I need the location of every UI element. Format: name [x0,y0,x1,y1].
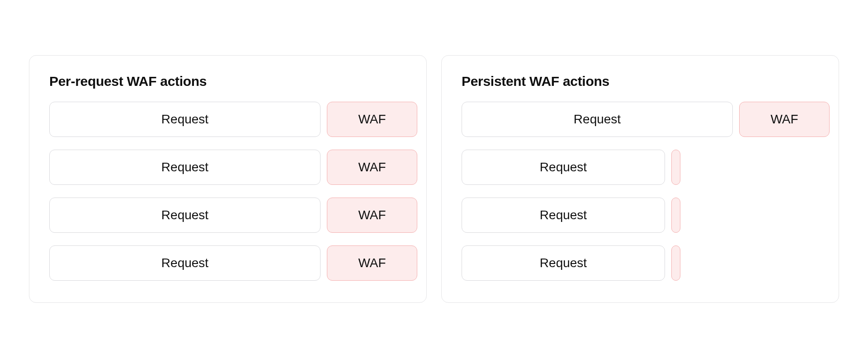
request-box: Request [49,198,321,233]
panel-persistent: Persistent WAF actions Request WAF Reque… [441,55,839,303]
request-label: Request [161,160,208,174]
waf-box-sliver [671,245,680,281]
request-label: Request [540,208,587,222]
waf-box: WAF [739,102,830,137]
row: Request WAF [49,198,406,233]
row: Request [462,150,819,185]
request-label: Request [574,112,621,127]
request-label: Request [540,256,587,270]
row: Request [462,198,819,233]
waf-box-sliver [671,150,680,185]
row: Request WAF [462,102,819,137]
waf-label: WAF [358,112,386,127]
request-label: Request [161,208,208,222]
request-label: Request [540,160,587,174]
rows-per-request: Request WAF Request WAF Request [49,102,406,281]
row: Request WAF [49,150,406,185]
waf-box: WAF [327,150,417,185]
request-box: Request [462,150,665,185]
waf-label: WAF [358,160,386,174]
rows-persistent: Request WAF Request Request [462,102,819,281]
waf-box-sliver [671,198,680,233]
waf-box: WAF [327,245,417,281]
request-label: Request [161,112,208,127]
diagram-canvas: Per-request WAF actions Request WAF Requ… [0,0,868,358]
request-box: Request [49,150,321,185]
request-box: Request [462,198,665,233]
waf-label: WAF [358,208,386,222]
request-box: Request [49,102,321,137]
row: Request WAF [49,102,406,137]
waf-label: WAF [358,256,386,270]
panel-title-persistent: Persistent WAF actions [462,74,819,89]
panel-title-per-request: Per-request WAF actions [49,74,406,89]
request-box: Request [462,245,665,281]
request-label: Request [161,256,208,270]
row: Request WAF [49,245,406,281]
waf-box: WAF [327,198,417,233]
request-box: Request [462,102,733,137]
waf-box: WAF [327,102,417,137]
row: Request [462,245,819,281]
request-box: Request [49,245,321,281]
panel-per-request: Per-request WAF actions Request WAF Requ… [29,55,427,303]
waf-label: WAF [770,112,798,127]
